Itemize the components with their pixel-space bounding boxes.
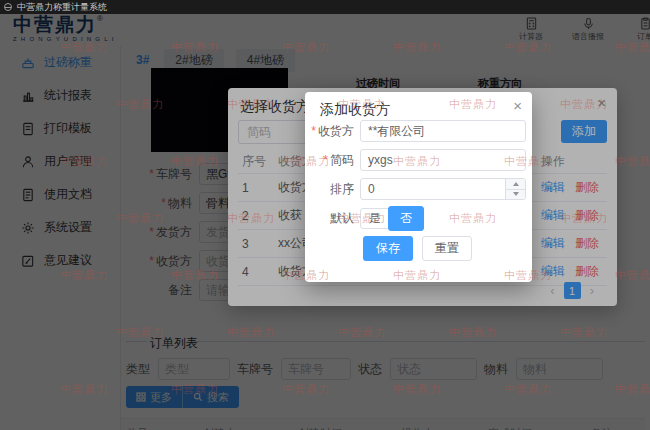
window-titlebar: 中营鼎力称重计量系统 <box>0 0 650 14</box>
add-consignee-form: *收货方 **有限公司 *简码 yxgs 排序 0 默认 <box>305 120 532 236</box>
save-button[interactable]: 保存 <box>363 236 413 261</box>
add-modal-title: 添加收货方 <box>320 101 390 119</box>
default-toggle-group: 是 否 <box>360 206 424 231</box>
default-no-button[interactable]: 否 <box>388 206 424 231</box>
window-title: 中营鼎力称重计量系统 <box>17 1 107 14</box>
add-modal-actions: 保存 重置 <box>363 236 472 261</box>
default-yes-button[interactable]: 是 <box>360 208 389 229</box>
sort-field-stepper[interactable]: 0 <box>360 178 526 200</box>
spinner-down-button[interactable] <box>506 189 525 200</box>
code-field-input[interactable]: yxgs <box>360 149 526 171</box>
sort-field-label: 排序 <box>305 181 360 198</box>
code-field-label: *简码 <box>305 152 360 169</box>
spinner-up-button[interactable] <box>506 179 525 189</box>
chevron-down-icon <box>513 192 519 196</box>
chevron-up-icon <box>513 182 519 186</box>
receiver-field-label: *收货方 <box>305 123 360 140</box>
app-root: 中营鼎力称重计量系统 中营鼎力® ZHONGYUDINGLI 计算器 语音播报 … <box>0 0 650 430</box>
add-consignee-modal: 添加收货方 × *收货方 **有限公司 *简码 yxgs 排序 0 <box>305 92 532 282</box>
default-field-label: 默认 <box>305 210 360 227</box>
receiver-field-input[interactable]: **有限公司 <box>360 120 526 142</box>
close-icon[interactable]: × <box>513 97 522 114</box>
app-favicon-icon <box>4 3 12 11</box>
number-spinner <box>505 179 525 199</box>
reset-button[interactable]: 重置 <box>422 236 472 261</box>
